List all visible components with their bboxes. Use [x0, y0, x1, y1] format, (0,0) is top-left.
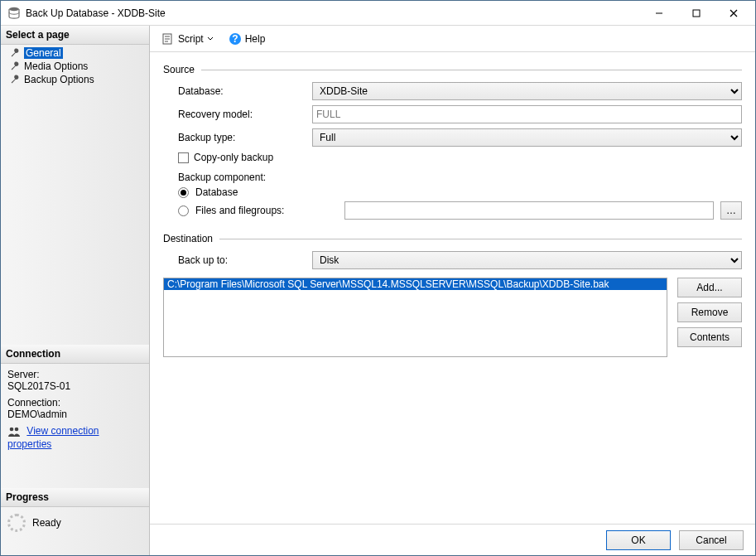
source-section: Source Database: XDDB-Site Recovery mode… [163, 64, 742, 220]
radio-icon [178, 205, 189, 216]
database-icon [7, 7, 21, 20]
help-icon: ? [229, 32, 242, 46]
radio-database-label: Database [195, 186, 238, 198]
script-icon [161, 32, 175, 46]
server-label: Server: [7, 369, 142, 380]
server-value: SQL2017S-01 [7, 380, 142, 392]
backup-database-dialog: Back Up Database - XDDB-Site Select a pa… [0, 0, 756, 556]
checkbox-box-icon [178, 152, 189, 163]
titlebar: Back Up Database - XDDB-Site [1, 1, 755, 26]
svg-text:?: ? [232, 33, 238, 45]
add-button[interactable]: Add... [677, 278, 742, 297]
radio-files-label: Files and filegroups: [195, 205, 338, 216]
page-label: Media Options [24, 60, 88, 72]
radio-database[interactable]: Database [163, 186, 742, 198]
backup-component-label: Backup component: [163, 172, 742, 183]
wrench-icon [9, 74, 21, 85]
select-page-header: Select a page [1, 26, 149, 45]
dialog-footer: OK Cancel [150, 524, 755, 555]
database-combo[interactable]: XDDB-Site [312, 82, 742, 100]
copy-only-checkbox[interactable]: Copy-only backup [163, 152, 273, 163]
backup-type-combo[interactable]: Full [312, 128, 742, 147]
files-filegroups-field [344, 201, 714, 220]
script-button[interactable]: Script [158, 31, 217, 47]
close-button[interactable] [715, 1, 752, 25]
copy-only-label: Copy-only backup [194, 152, 273, 163]
main-panel: Script ? Help Source Database: [150, 26, 755, 555]
page-general[interactable]: General [1, 46, 149, 60]
connection-info: Server: SQL2017S-01 Connection: DEMO\adm… [1, 364, 149, 455]
progress-state: Ready [32, 517, 61, 529]
ok-button[interactable]: OK [606, 530, 671, 550]
page-list: General Media Options Backup Options [1, 45, 149, 88]
people-icon [7, 425, 21, 438]
svg-point-6 [15, 428, 19, 432]
view-connection-link[interactable]: View connection properties [7, 425, 99, 450]
progress-spinner-icon [7, 514, 26, 532]
backup-type-label: Backup type: [163, 132, 312, 143]
contents-button[interactable]: Contents [677, 327, 742, 347]
wrench-icon [9, 47, 21, 59]
destination-list[interactable]: C:\Program Files\Microsoft SQL Server\MS… [163, 278, 667, 357]
backup-to-combo[interactable]: Disk [312, 251, 742, 269]
toolbar: Script ? Help [150, 26, 755, 52]
source-legend: Source [163, 64, 195, 75]
help-label: Help [245, 33, 266, 45]
minimize-button[interactable] [640, 1, 677, 25]
svg-point-5 [10, 428, 14, 432]
svg-point-0 [9, 7, 19, 10]
destination-section: Destination Back up to: Disk C:\Program … [163, 233, 742, 357]
backup-to-label: Back up to: [163, 254, 312, 266]
cancel-button[interactable]: Cancel [679, 530, 744, 550]
destination-legend: Destination [163, 233, 213, 244]
wrench-icon [9, 60, 21, 72]
page-media-options[interactable]: Media Options [1, 60, 149, 73]
window-title: Back Up Database - XDDB-Site [26, 7, 640, 19]
recovery-model-field [312, 105, 742, 123]
help-button[interactable]: ? Help [225, 31, 269, 47]
view-connection-properties[interactable]: View connection properties [7, 425, 142, 450]
svg-rect-2 [693, 10, 700, 17]
script-label: Script [178, 33, 204, 45]
page-label: General [24, 47, 63, 59]
destination-list-item[interactable]: C:\Program Files\Microsoft SQL Server\MS… [164, 278, 667, 290]
connection-header: Connection [1, 345, 149, 364]
progress-header: Progress [1, 488, 149, 507]
page-label: Backup Options [24, 74, 94, 85]
maximize-button[interactable] [677, 1, 715, 25]
sidebar: Select a page General Media Options Back… [1, 26, 150, 555]
progress-status: Ready [1, 507, 149, 539]
content-area: Source Database: XDDB-Site Recovery mode… [150, 52, 755, 524]
page-backup-options[interactable]: Backup Options [1, 73, 149, 86]
window-controls [640, 1, 752, 25]
files-browse-button[interactable]: … [720, 201, 742, 220]
database-label: Database: [163, 85, 312, 97]
remove-button[interactable]: Remove [677, 302, 742, 322]
radio-icon [178, 187, 189, 198]
recovery-model-label: Recovery model: [163, 109, 312, 120]
chevron-down-icon [207, 36, 214, 42]
connection-label: Connection: [7, 397, 142, 409]
connection-value: DEMO\admin [7, 409, 142, 420]
